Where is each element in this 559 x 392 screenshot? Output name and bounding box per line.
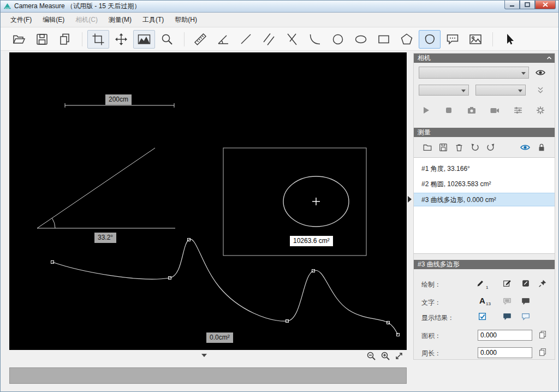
- fit-screen-icon[interactable]: [395, 352, 403, 360]
- zoom-out-icon[interactable]: [366, 351, 376, 361]
- camera-stop-button[interactable]: [443, 105, 454, 116]
- measurement-list: #1 角度, 33.166° #2 椭圆, 10263.583 cm² #3 曲…: [414, 157, 555, 254]
- panel-collapse-handle-icon[interactable]: [408, 196, 412, 203]
- zoom-tool-button[interactable]: [156, 30, 178, 49]
- menu-measure[interactable]: 测量(M): [103, 13, 137, 27]
- camera-resolution-select[interactable]: [419, 85, 469, 96]
- result-bubble-outline-icon[interactable]: [520, 311, 531, 322]
- angle-tool-button[interactable]: [212, 30, 234, 49]
- measure-panel-header[interactable]: 测量: [414, 128, 555, 137]
- ruler-tool-button[interactable]: [189, 30, 211, 49]
- measure-delete-button[interactable]: [454, 142, 465, 153]
- line-icon: [239, 32, 253, 46]
- app-window: { "window": { "title": "Camera Measure （…: [0, 0, 559, 392]
- measure-save-button[interactable]: [438, 142, 449, 153]
- save-button[interactable]: [31, 30, 53, 49]
- minimize-button[interactable]: [504, 1, 520, 9]
- select-cursor-button[interactable]: [498, 30, 520, 49]
- collapse-chevron-icon[interactable]: [546, 55, 552, 61]
- more-options-chevrons-icon[interactable]: [535, 85, 546, 96]
- result-bubble-dark-icon[interactable]: [502, 311, 513, 322]
- camera-settings-sliders-button[interactable]: [513, 105, 524, 116]
- camera-gear-button[interactable]: [535, 105, 546, 116]
- menu-help[interactable]: 帮助(H): [169, 13, 203, 27]
- undo-button[interactable]: [469, 142, 480, 153]
- curve-polygon-tool-button[interactable]: [419, 30, 441, 49]
- list-item-selected[interactable]: #3 曲线多边形, 0.000 cm²: [414, 193, 555, 206]
- show-measurements-eye-icon[interactable]: [520, 142, 531, 153]
- close-button[interactable]: [535, 1, 556, 9]
- list-item[interactable]: #2 椭圆, 10263.583 cm²: [414, 177, 555, 191]
- filmstrip-collapse-icon[interactable]: [201, 354, 207, 357]
- list-item[interactable]: #1 角度, 33.166°: [414, 162, 555, 176]
- copy-perimeter-button[interactable]: [537, 347, 548, 358]
- camera-format-select[interactable]: [475, 85, 526, 96]
- rectangle-tool-button[interactable]: [373, 30, 395, 49]
- filmstrip-bar[interactable]: [9, 367, 407, 384]
- toolbar-separator: [82, 32, 82, 46]
- cross-lines-tool-button[interactable]: [281, 30, 303, 49]
- arc-icon: [308, 32, 322, 46]
- camera-device-select[interactable]: [419, 67, 529, 79]
- draw-label: 绘制：: [421, 280, 441, 289]
- menu-camera: 相机(C): [70, 13, 103, 27]
- polygon-tool-button[interactable]: [396, 30, 418, 49]
- camera-start-button[interactable]: [420, 105, 431, 116]
- measure-open-button[interactable]: [422, 142, 433, 153]
- crop-button[interactable]: [87, 30, 109, 49]
- show-result-label: 显示结果：: [421, 313, 454, 323]
- menu-file[interactable]: 文件(F): [5, 13, 37, 27]
- copy-area-button[interactable]: [537, 329, 548, 340]
- snapshot-button[interactable]: [466, 105, 477, 116]
- perimeter-label: 周长：: [421, 349, 441, 358]
- camera-panel-title: 相机: [418, 54, 431, 62]
- note-icon[interactable]: [520, 278, 531, 289]
- maximize-button[interactable]: [520, 1, 535, 9]
- camera-panel-header[interactable]: 相机: [414, 54, 555, 63]
- copy-button[interactable]: [54, 30, 76, 49]
- record-video-button[interactable]: [489, 105, 500, 116]
- curve-polygon-measurement-shape[interactable]: [51, 239, 400, 336]
- title-bar[interactable]: Camera Measure （试用版 - 15 天后过期）: [1, 1, 558, 13]
- circle-tool-button[interactable]: [327, 30, 349, 49]
- curve-measurement-label[interactable]: 0.0cm²: [206, 332, 233, 343]
- ellipse-tool-button[interactable]: [350, 30, 372, 49]
- draw-pencil-icon[interactable]: [475, 278, 486, 289]
- angle-measurement-label[interactable]: 33.2°: [94, 233, 116, 243]
- image-tool-button[interactable]: [465, 30, 486, 49]
- camera-preview-eye-icon[interactable]: [535, 67, 546, 78]
- font-icon[interactable]: A: [479, 296, 485, 305]
- image-canvas[interactable]: 200cm 33.2° 10263.6 cm² 0.0cm²: [9, 52, 407, 350]
- menu-edit[interactable]: 编辑(E): [37, 13, 70, 27]
- pin-icon[interactable]: [537, 278, 548, 289]
- ruler-icon: [193, 32, 207, 46]
- parallel-lines-icon: [262, 32, 276, 46]
- ellipse-measurement-label[interactable]: 10263.6 cm²: [290, 236, 333, 246]
- angle-icon: [216, 32, 230, 46]
- perimeter-input[interactable]: [478, 347, 532, 358]
- angle-measurement-shape[interactable]: [37, 148, 175, 228]
- line-measurement-label[interactable]: 200cm: [105, 94, 132, 105]
- line-tool-button[interactable]: [235, 30, 257, 49]
- properties-panel-header[interactable]: #3 曲线多边形: [414, 260, 555, 269]
- area-input[interactable]: [478, 330, 532, 341]
- curve-control-handles[interactable]: [51, 239, 400, 336]
- show-result-checkbox[interactable]: [477, 311, 488, 322]
- label-bubble-filled-icon[interactable]: [520, 296, 531, 307]
- open-button[interactable]: [8, 30, 30, 49]
- redo-button[interactable]: [485, 142, 496, 153]
- menu-tools[interactable]: 工具(T): [137, 13, 169, 27]
- move-button[interactable]: [110, 30, 132, 49]
- measurement-shapes: [9, 52, 407, 350]
- arc-tool-button[interactable]: [304, 30, 326, 49]
- comment-tool-button[interactable]: [442, 30, 463, 49]
- menu-bar: 文件(F) 编辑(E) 相机(C) 测量(M) 工具(T) 帮助(H): [1, 13, 558, 27]
- edit-shape-icon[interactable]: [502, 278, 513, 289]
- label-bubble-lines-icon[interactable]: [502, 296, 513, 307]
- parallel-lines-tool-button[interactable]: [258, 30, 280, 49]
- properties-panel-title: #3 曲线多边形: [418, 260, 460, 268]
- cross-lines-icon: [285, 32, 299, 46]
- lock-measurements-icon[interactable]: [536, 142, 547, 153]
- zoom-in-icon[interactable]: [380, 351, 390, 361]
- histogram-button[interactable]: [133, 30, 155, 49]
